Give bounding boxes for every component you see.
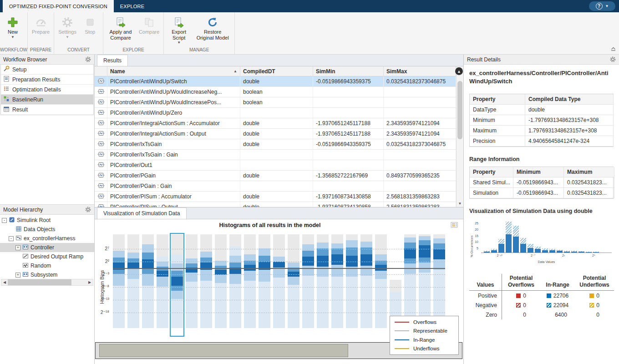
histogram-segment: [186, 258, 198, 263]
workflow-item-optimization-details[interactable]: Optimization Details: [1, 85, 93, 95]
histogram-column[interactable]: [273, 234, 285, 335]
histogram-column[interactable]: [346, 234, 358, 335]
table-row[interactable]: PIController/IntegralActionSum : Accumul…: [95, 118, 456, 129]
histogram-column[interactable]: [302, 234, 314, 335]
result-row-icon-cell: [95, 87, 107, 97]
tab-visualization-of-simulation-data[interactable]: Visualization of Simulation Data: [97, 207, 187, 219]
histogram-column[interactable]: [244, 234, 256, 335]
panel-gear-icon[interactable]: [610, 56, 616, 62]
histogram-segment: [302, 257, 314, 266]
results-vertical-scrollbar[interactable]: ▼: [456, 66, 463, 207]
scrollbar-thumb[interactable]: [457, 81, 462, 139]
hierarchy-horizontal-scrollbar[interactable]: ◀ ▶: [1, 279, 93, 286]
histogram-column[interactable]: [186, 234, 198, 335]
values-table-header: Values: [469, 274, 502, 291]
chart-options-icon[interactable]: [451, 222, 458, 229]
table-row[interactable]: PIController/IxTsGaindouble-0.0519866943…: [95, 139, 456, 150]
histogram-column[interactable]: [375, 234, 387, 335]
histogram-segment: [433, 238, 445, 243]
workflow-item-baselinerun[interactable]: BaselineRun: [1, 95, 93, 105]
mini-histogram-chart: % Occurrences 252015105 2⁻¹⁵2⁻⁷2¹2⁹ Data…: [469, 218, 614, 268]
histogram-column[interactable]: [331, 234, 343, 335]
histogram-column[interactable]: [360, 234, 372, 335]
table-row[interactable]: PIController/IxTsGain : Gain: [95, 150, 456, 160]
histogram-segment: [229, 263, 241, 268]
histogram-column[interactable]: [317, 234, 329, 335]
minimize-ribbon-icon[interactable]: [610, 46, 616, 53]
column-header-compileddt[interactable]: CompiledDT: [240, 66, 313, 76]
tree-item-random[interactable]: Random: [0, 261, 94, 270]
table-row[interactable]: PIController/AntiWindUp/WouldIncreaseNeg…: [95, 87, 456, 97]
tree-item-controller[interactable]: +Controller: [0, 243, 94, 252]
tree-item-desired-output-ramp[interactable]: Desired Output Ramp: [0, 252, 94, 261]
histogram-column[interactable]: [127, 234, 139, 335]
tree-item-ex-controllerharness[interactable]: -ex_controllerHarness: [0, 234, 94, 243]
model-hierarchy-panel: Model Hierarchy -Simulink RootData Objec…: [0, 204, 94, 364]
table-row[interactable]: PIController/AntiWindUp/WouldIncreasePos…: [95, 97, 456, 108]
tab-optimized-fixed-point-conversion[interactable]: OPTIMIZED FIXED-POINT CONVERSION: [3, 0, 114, 12]
apply-and-compare-button[interactable]: Apply and Compare: [106, 15, 136, 40]
histogram-segment: [215, 266, 227, 270]
tab-explore[interactable]: EXPLORE: [114, 0, 151, 12]
table-row[interactable]: PIController/PISum : Outputdouble-1.9371…: [95, 202, 456, 207]
histogram-column[interactable]: [215, 234, 227, 335]
histogram-column[interactable]: [171, 234, 183, 335]
column-header-simmax[interactable]: SimMax: [384, 66, 456, 76]
scrollbar-thumb[interactable]: [8, 279, 71, 285]
tree-item-simulink-root[interactable]: -Simulink Root: [0, 216, 94, 225]
scroll-right-icon[interactable]: ▶: [86, 279, 93, 285]
positive-segment: [578, 252, 584, 253]
expand-icon[interactable]: +: [15, 273, 20, 278]
histogram-column[interactable]: [113, 234, 125, 335]
table-row[interactable]: PIController/Out1: [95, 160, 456, 171]
apply-and-compare-button-label: Apply and Compare: [107, 29, 134, 40]
table-row[interactable]: PIController/PISum : Accumulatordouble-1…: [95, 192, 456, 202]
histogram-column[interactable]: [200, 234, 212, 335]
new-button[interactable]: New ▼: [2, 15, 23, 39]
tree-item-data-objects[interactable]: Data Objects: [0, 225, 94, 234]
values-cell: 22706: [540, 291, 575, 300]
collapse-icon[interactable]: -: [2, 218, 7, 223]
workflow-item-preparation-results[interactable]: Preparation Results: [1, 75, 93, 85]
panel-gear-icon[interactable]: [85, 207, 91, 212]
scrollbar-thumb[interactable]: [99, 344, 348, 357]
histogram-segment: [244, 234, 256, 254]
table-row[interactable]: PIController/IntegralActionSum : Outputd…: [95, 129, 456, 139]
table-row[interactable]: PIController/PGaindouble-1.3568527221679…: [95, 171, 456, 181]
collapse-icon[interactable]: -: [9, 236, 14, 241]
result-name-cell: PIController/PGain: [107, 171, 240, 181]
expand-icon[interactable]: +: [15, 245, 20, 250]
workflow-item-result[interactable]: Result: [1, 105, 93, 115]
histogram-segment: [186, 268, 198, 273]
positive-segment: [484, 252, 490, 253]
histogram-column[interactable]: [142, 234, 154, 335]
settings-button[interactable]: Settings ▼: [56, 15, 78, 39]
stop-button[interactable]: Stop: [80, 15, 101, 35]
histogram-column[interactable]: [157, 234, 168, 335]
histogram-segment: [419, 240, 431, 245]
tab-results[interactable]: Results: [97, 55, 128, 66]
histogram-segment: [375, 271, 387, 279]
icon-column-header[interactable]: [95, 66, 107, 76]
scroll-left-icon[interactable]: ◀: [1, 279, 8, 285]
compare-button[interactable]: Compare: [137, 15, 161, 35]
help-button[interactable]: ? ▼: [589, 1, 615, 11]
table-row[interactable]: PIController/AntiWindUp/Zero: [95, 108, 456, 118]
panel-gear-icon[interactable]: [85, 56, 91, 62]
prepare-button[interactable]: Prepare: [30, 15, 51, 35]
column-header-simmin[interactable]: SimMin: [313, 66, 384, 76]
scroll-down-icon[interactable]: ▼: [457, 200, 463, 207]
export-script-button[interactable]: Export Script ▼: [166, 15, 192, 45]
column-header-name[interactable]: Name ▲: [107, 66, 240, 76]
result-name-cell: PIController/AntiWindUp/WouldIncreaseNeg…: [107, 87, 240, 97]
scroll-to-top-button[interactable]: ▲: [455, 67, 463, 75]
setup-icon: [3, 66, 10, 73]
histogram-column[interactable]: [288, 234, 299, 335]
table-row[interactable]: PIController/AntiWindUp/Switchdouble-0.0…: [95, 76, 456, 87]
workflow-item-setup[interactable]: Setup: [1, 65, 93, 75]
histogram-column[interactable]: [259, 234, 270, 335]
tree-item-subsystem[interactable]: +Subsystem: [0, 270, 94, 279]
table-row[interactable]: PIController/PGain : Gain: [95, 181, 456, 192]
restore-original-model-button[interactable]: Restore Original Model: [193, 15, 232, 40]
histogram-column[interactable]: [229, 234, 241, 335]
